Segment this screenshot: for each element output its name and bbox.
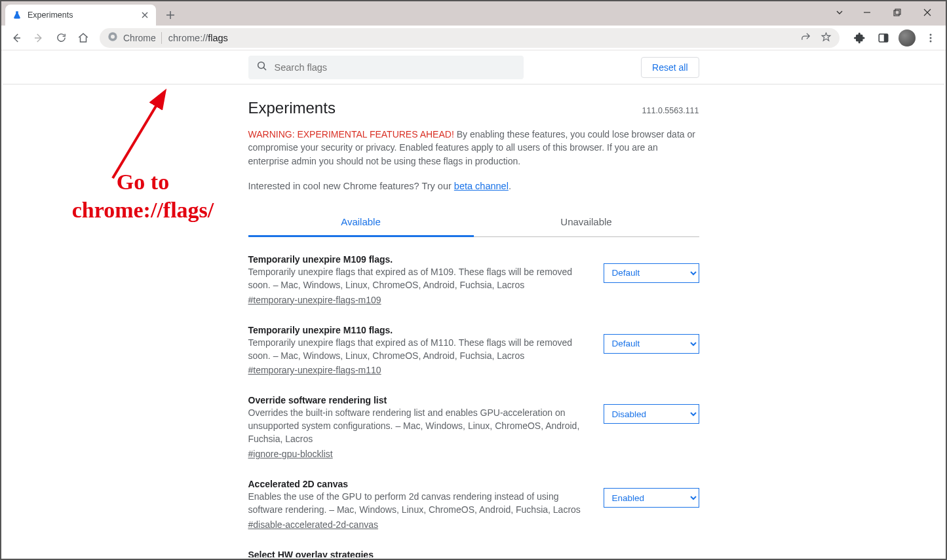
menu-button[interactable] xyxy=(921,28,940,48)
url-text: chrome://flags xyxy=(168,33,228,43)
browser-toolbar: Chrome chrome://flags xyxy=(1,26,946,50)
tab-search-button[interactable] xyxy=(828,3,851,22)
back-button[interactable] xyxy=(7,28,26,48)
svg-point-3 xyxy=(111,35,115,39)
svg-rect-0 xyxy=(894,10,899,16)
svg-rect-1 xyxy=(895,9,900,14)
share-icon[interactable] xyxy=(800,31,811,45)
warning-text: WARNING: EXPERIMENTAL FEATURES AHEAD! By… xyxy=(248,128,699,168)
svg-point-6 xyxy=(930,33,932,35)
flag-description: Temporarily unexpire flags that expired … xyxy=(248,337,588,363)
browser-tab[interactable]: Experiments xyxy=(5,5,156,26)
window-controls xyxy=(828,1,942,24)
flag-row: Temporarily unexpire M110 flags.Temporar… xyxy=(248,308,699,379)
tab-title: Experiments xyxy=(28,10,135,20)
new-tab-button[interactable] xyxy=(161,6,180,24)
tab-unavailable[interactable]: Unavailable xyxy=(474,208,699,237)
beta-channel-link[interactable]: beta channel xyxy=(454,181,509,191)
svg-point-7 xyxy=(930,37,932,39)
svg-point-8 xyxy=(930,40,932,42)
svg-point-9 xyxy=(258,62,264,69)
flags-tabs: Available Unavailable xyxy=(248,208,699,237)
flag-title: Select HW overlay strategies xyxy=(248,550,699,557)
forward-button[interactable] xyxy=(29,28,48,48)
flag-title: Temporarily unexpire M109 flags. xyxy=(248,254,588,265)
side-panel-button[interactable] xyxy=(874,28,893,48)
search-icon xyxy=(256,60,268,74)
close-tab-icon[interactable] xyxy=(140,9,149,22)
version-label: 111.0.5563.111 xyxy=(642,106,699,115)
search-input[interactable] xyxy=(275,62,516,73)
flag-select[interactable]: DefaultEnabledDisabled xyxy=(604,488,699,508)
beta-line: Interested in cool new Chrome features? … xyxy=(248,181,699,191)
reload-button[interactable] xyxy=(51,28,71,48)
minimize-button[interactable] xyxy=(853,3,881,22)
flag-anchor-link[interactable]: #ignore-gpu-blocklist xyxy=(248,449,333,459)
titlebar: Experiments xyxy=(1,1,946,26)
svg-rect-5 xyxy=(884,34,888,42)
url-chip: Chrome xyxy=(123,33,156,43)
flag-title: Accelerated 2D canvas xyxy=(248,479,588,489)
flask-icon xyxy=(12,10,22,20)
page-content[interactable]: Reset all Experiments 111.0.5563.111 WAR… xyxy=(3,50,944,557)
flag-anchor-link[interactable]: #temporary-unexpire-flags-m109 xyxy=(248,295,381,305)
address-bar[interactable]: Chrome chrome://flags xyxy=(100,28,840,48)
flags-header-bar: Reset all xyxy=(3,50,944,84)
flag-anchor-link[interactable]: #temporary-unexpire-flags-m110 xyxy=(248,365,381,375)
page-title: Experiments xyxy=(248,99,336,117)
flag-title: Temporarily unexpire M110 flags. xyxy=(248,325,588,335)
flag-select[interactable]: DefaultEnabledDisabled xyxy=(604,404,699,424)
search-flags-box[interactable] xyxy=(248,56,524,79)
site-info[interactable]: Chrome xyxy=(107,31,162,44)
flag-row: Select HW overlay strategies xyxy=(248,532,699,557)
flag-row: Temporarily unexpire M109 flags.Temporar… xyxy=(248,237,699,308)
flag-select[interactable]: DefaultEnabledDisabled xyxy=(604,263,699,283)
maximize-button[interactable] xyxy=(883,3,912,22)
flag-row: Override software rendering listOverride… xyxy=(248,378,699,462)
bookmark-icon[interactable] xyxy=(821,31,832,45)
tab-available[interactable]: Available xyxy=(248,208,474,237)
flag-select[interactable]: DefaultEnabledDisabled xyxy=(604,334,699,354)
flag-description: Enables the use of the GPU to perform 2d… xyxy=(248,491,588,517)
flag-title: Override software rendering list xyxy=(248,395,588,405)
flag-description: Temporarily unexpire flags that expired … xyxy=(248,266,588,292)
home-button[interactable] xyxy=(73,28,93,48)
flag-anchor-link[interactable]: #disable-accelerated-2d-canvas xyxy=(248,519,378,530)
divider xyxy=(161,32,162,44)
flag-description: Overrides the built-in software renderin… xyxy=(248,407,588,446)
profile-avatar[interactable] xyxy=(897,28,917,48)
extensions-button[interactable] xyxy=(850,28,870,48)
flag-row: Accelerated 2D canvasEnables the use of … xyxy=(248,462,699,532)
chrome-icon xyxy=(107,31,118,44)
close-window-button[interactable] xyxy=(913,3,942,22)
reset-all-button[interactable]: Reset all xyxy=(641,57,699,78)
